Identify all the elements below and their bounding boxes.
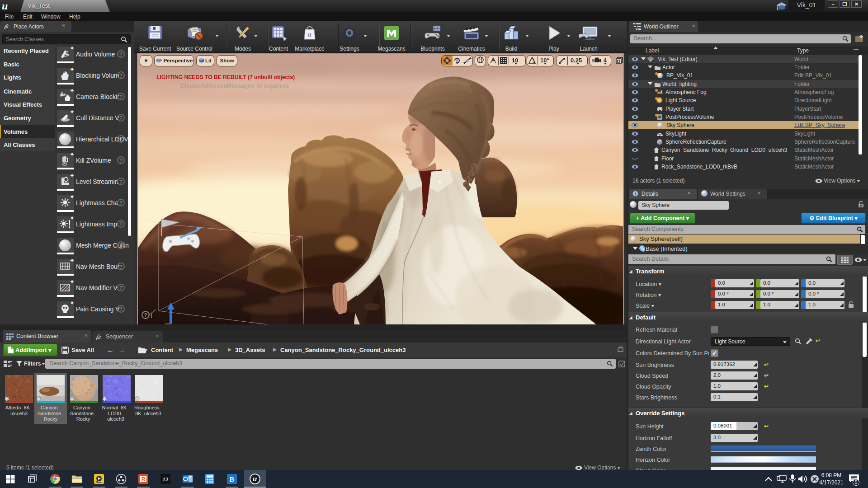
svg-text:u: u bbox=[308, 31, 311, 38]
svg-text:Player: Player bbox=[95, 481, 102, 483]
svg-text:B: B bbox=[230, 476, 234, 483]
svg-text:Y: Y bbox=[163, 318, 167, 323]
svg-text:12: 12 bbox=[163, 476, 169, 483]
svg-text:R: R bbox=[142, 476, 146, 483]
svg-text:?: ? bbox=[144, 312, 147, 319]
